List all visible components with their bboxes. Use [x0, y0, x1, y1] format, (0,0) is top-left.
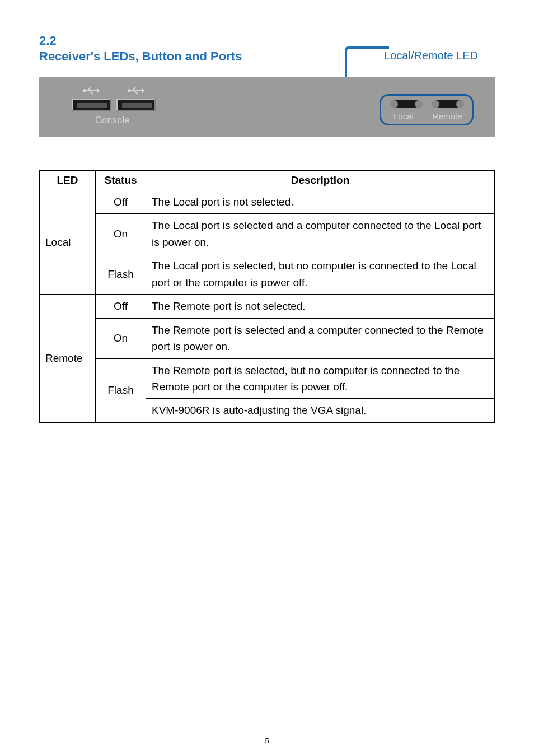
cell-led: Local	[40, 190, 96, 295]
cell-desc: The Local port is selected, but no compu…	[146, 254, 495, 295]
device-panel: Console Local Remote	[39, 77, 495, 137]
table-row: Remote Off The Remote port is not select…	[40, 295, 495, 318]
cell-status: Flash	[96, 254, 146, 295]
led-group-highlight: Local Remote	[380, 94, 474, 125]
cell-status: Off	[96, 295, 146, 318]
table-row: Local Off The Local port is not selected…	[40, 190, 495, 214]
cell-desc: The Local port is selected and a compute…	[146, 214, 495, 254]
console-label: Console	[95, 115, 130, 125]
cell-desc: The Remote port is not selected.	[146, 295, 495, 318]
svg-point-7	[128, 89, 131, 92]
svg-marker-6	[97, 88, 100, 93]
table-row: Flash The Remote port is selected, but n…	[40, 358, 495, 399]
cell-led: Remote	[40, 295, 96, 423]
header-led: LED	[40, 171, 96, 190]
section-header: 2.2 Receiver's LEDs, Button and Ports Lo…	[39, 34, 495, 64]
table-row: Flash The Local port is selected, but no…	[40, 254, 495, 295]
cell-status: Off	[96, 190, 146, 214]
led-description-table: LED Status Description Local Off The Loc…	[39, 170, 495, 423]
callout-label: Local/Remote LED	[384, 49, 478, 62]
section-number: 2.2	[39, 34, 242, 48]
usb-arrow-icon	[83, 85, 100, 96]
usb-port	[116, 99, 156, 111]
section-title: Receiver's LEDs, Button and Ports	[39, 49, 242, 64]
usb-arrow-icon	[128, 85, 144, 96]
cell-desc: The Remote port is selected, but no comp…	[146, 358, 495, 399]
remote-led-icon	[433, 100, 463, 108]
local-led-icon	[391, 100, 421, 108]
header-status: Status	[96, 171, 146, 190]
table-row: On The Remote port is selected and a com…	[40, 318, 495, 358]
cell-status: Flash	[96, 358, 146, 422]
local-led-label: Local	[394, 111, 414, 121]
remote-led-label: Remote	[433, 111, 462, 121]
usb-port	[72, 99, 111, 111]
svg-point-2	[83, 89, 86, 92]
cell-desc: The Remote port is selected and a comput…	[146, 318, 495, 358]
cell-desc: KVM-9006R is auto-adjusting the VGA sign…	[146, 399, 495, 422]
page-number: 5	[0, 736, 534, 745]
svg-marker-11	[142, 88, 144, 93]
header-description: Description	[146, 171, 495, 190]
cell-desc: The Local port is not selected.	[146, 190, 495, 214]
table-row: On The Local port is selected and a comp…	[40, 214, 495, 254]
cell-status: On	[96, 318, 146, 358]
cell-status: On	[96, 214, 146, 254]
table-header-row: LED Status Description	[40, 171, 495, 190]
